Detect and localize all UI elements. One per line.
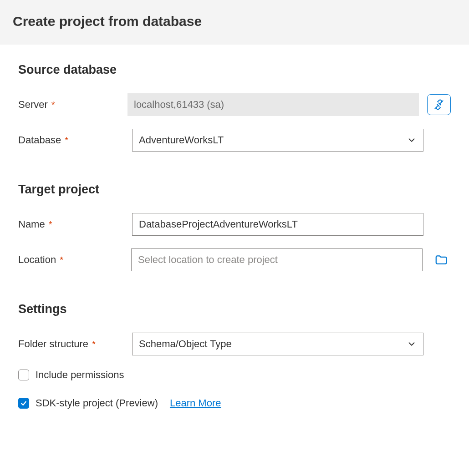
row-name: Name* xyxy=(18,213,451,236)
plug-icon xyxy=(433,99,445,111)
name-input[interactable] xyxy=(132,213,423,236)
required-asterisk: * xyxy=(51,100,55,110)
section-target-title: Target project xyxy=(18,182,451,197)
location-input[interactable] xyxy=(131,248,423,271)
required-asterisk: * xyxy=(49,219,52,230)
server-input: localhost,61433 (sa) xyxy=(127,93,419,116)
folder-structure-label: Folder structure* xyxy=(18,338,132,350)
location-label: Location* xyxy=(18,254,131,266)
row-include-permissions: Include permissions xyxy=(18,369,451,381)
row-location: Location* xyxy=(18,248,451,271)
include-permissions-checkbox[interactable] xyxy=(18,370,29,380)
database-label: Database* xyxy=(18,134,132,146)
row-folder-structure: Folder structure* Schema/Object Type xyxy=(18,333,451,355)
row-server: Server* localhost,61433 (sa) xyxy=(18,93,451,116)
dialog-header: Create project from database xyxy=(0,0,469,45)
required-asterisk: * xyxy=(65,135,68,146)
dialog-title: Create project from database xyxy=(13,14,456,29)
browse-folder-button[interactable] xyxy=(432,250,451,269)
database-select[interactable]: AdventureWorksLT xyxy=(132,129,423,152)
required-asterisk: * xyxy=(60,255,63,265)
connect-button[interactable] xyxy=(427,94,451,115)
sdk-style-checkbox[interactable] xyxy=(18,398,29,409)
name-label: Name* xyxy=(18,218,132,230)
folder-structure-select[interactable]: Schema/Object Type xyxy=(132,333,423,355)
learn-more-link[interactable]: Learn More xyxy=(170,397,221,409)
section-settings-title: Settings xyxy=(18,302,451,316)
dialog-body: Source database Server* localhost,61433 … xyxy=(0,45,469,409)
server-label: Server* xyxy=(18,99,127,111)
row-sdk-style: SDK-style project (Preview) Learn More xyxy=(18,397,451,409)
chevron-down-icon xyxy=(407,339,417,349)
row-database: Database* AdventureWorksLT xyxy=(18,129,451,152)
section-source-title: Source database xyxy=(18,63,451,77)
folder-icon xyxy=(434,253,448,267)
include-permissions-label: Include permissions xyxy=(36,369,124,381)
required-asterisk: * xyxy=(92,339,96,349)
sdk-style-label: SDK-style project (Preview) xyxy=(36,397,158,409)
chevron-down-icon xyxy=(407,135,417,145)
